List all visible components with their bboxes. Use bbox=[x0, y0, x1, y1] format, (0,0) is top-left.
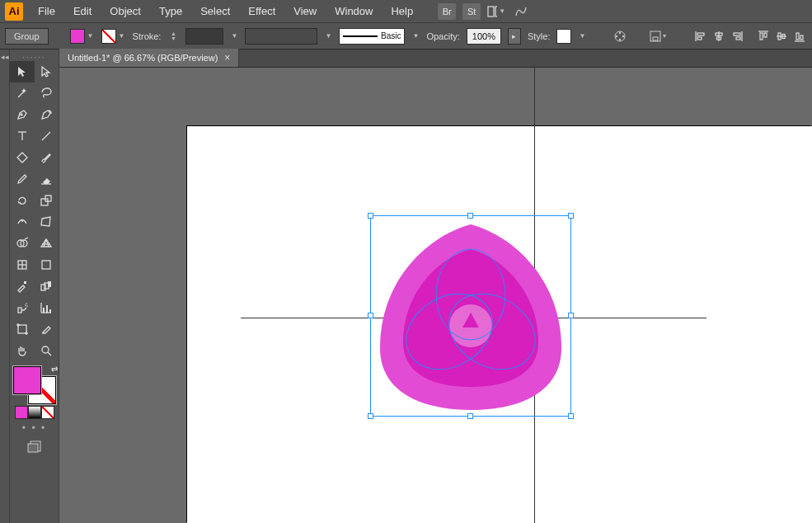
align-to-button[interactable]: ▼ bbox=[649, 28, 667, 45]
handle-n[interactable] bbox=[467, 213, 473, 219]
align-vcenter-button[interactable] bbox=[774, 29, 789, 44]
menu-file[interactable]: File bbox=[30, 2, 63, 21]
color-mode-solid[interactable] bbox=[15, 406, 28, 419]
menu-edit[interactable]: Edit bbox=[65, 2, 100, 21]
document-tab-close[interactable]: × bbox=[224, 52, 230, 64]
menu-effect[interactable]: Effect bbox=[240, 2, 284, 21]
opacity-field[interactable]: 100% bbox=[467, 28, 501, 45]
align-top-button[interactable] bbox=[756, 29, 771, 44]
lasso-tool[interactable] bbox=[35, 82, 59, 104]
pen-tool[interactable] bbox=[10, 104, 35, 125]
tool-panel-more[interactable]: • • • bbox=[10, 422, 59, 434]
stroke-color-dropdown[interactable]: ▼ bbox=[118, 29, 126, 44]
draw-normal-icon[interactable] bbox=[25, 439, 45, 454]
graphic-style-dropdown[interactable]: ▼ bbox=[578, 29, 586, 44]
align-right-button[interactable] bbox=[730, 29, 744, 44]
column-graph-tool[interactable] bbox=[35, 297, 59, 318]
slice-tool[interactable] bbox=[35, 318, 59, 340]
menu-object[interactable]: Object bbox=[101, 2, 149, 21]
perspective-grid-tool[interactable] bbox=[35, 233, 59, 254]
direct-selection-tool[interactable] bbox=[35, 61, 59, 82]
eyedropper-tool[interactable] bbox=[10, 276, 35, 297]
canvas[interactable] bbox=[59, 68, 812, 523]
artboard-tool[interactable] bbox=[10, 318, 35, 340]
stroke-weight-dropdown[interactable]: ▼ bbox=[230, 29, 238, 44]
brush-definition-dropdown[interactable]: ▼ bbox=[411, 29, 420, 44]
rectangle-tool[interactable] bbox=[10, 147, 35, 168]
zoom-tool[interactable] bbox=[35, 340, 59, 361]
svg-rect-25 bbox=[796, 33, 799, 40]
swap-fill-stroke-icon[interactable]: ⇄ bbox=[51, 365, 58, 374]
tool-panel-grip[interactable]: ······ bbox=[10, 53, 59, 61]
hand-tool[interactable] bbox=[10, 340, 35, 361]
handle-se[interactable] bbox=[568, 413, 574, 419]
scale-tool[interactable] bbox=[35, 190, 59, 211]
shape-builder-tool[interactable] bbox=[10, 233, 35, 254]
rotate-tool[interactable] bbox=[10, 190, 35, 211]
svg-rect-19 bbox=[760, 33, 763, 40]
svg-rect-16 bbox=[734, 33, 740, 35]
magic-wand-tool[interactable] bbox=[10, 82, 35, 104]
left-collapse-strip[interactable]: ◂◂ bbox=[0, 49, 10, 523]
mesh-tool[interactable] bbox=[10, 254, 35, 276]
handle-sw[interactable] bbox=[368, 413, 373, 419]
brush-line-icon bbox=[343, 35, 378, 37]
gpu-preview-icon[interactable] bbox=[512, 3, 530, 20]
stroke-weight-stepper[interactable]: ▲▼ bbox=[167, 29, 179, 44]
svg-rect-11 bbox=[697, 37, 702, 40]
document-tab[interactable]: Untitled-1* @ 66.67% (RGB/Preview) × bbox=[59, 49, 239, 67]
graphic-style-swatch[interactable] bbox=[556, 29, 571, 44]
blend-tool[interactable] bbox=[35, 276, 59, 297]
menu-select[interactable]: Select bbox=[192, 2, 238, 21]
menu-help[interactable]: Help bbox=[383, 2, 421, 21]
handle-e[interactable] bbox=[568, 313, 574, 318]
svg-line-42 bbox=[25, 238, 28, 239]
recolor-artwork-button[interactable] bbox=[611, 28, 629, 45]
handle-w[interactable] bbox=[368, 313, 373, 318]
menu-right-group: Br St ▼ bbox=[438, 3, 530, 20]
stock-button[interactable]: St bbox=[462, 3, 481, 20]
arrange-documents-button[interactable]: ▼ bbox=[487, 3, 505, 20]
opacity-dropdown[interactable]: ▸ bbox=[508, 28, 521, 45]
width-tool[interactable] bbox=[10, 211, 35, 233]
selection-type-indicator[interactable]: Group bbox=[5, 28, 49, 45]
handle-s[interactable] bbox=[467, 413, 473, 419]
gradient-tool[interactable] bbox=[35, 254, 59, 276]
style-label: Style: bbox=[528, 31, 551, 41]
curvature-tool[interactable] bbox=[35, 104, 59, 125]
menu-view[interactable]: View bbox=[285, 2, 325, 21]
svg-rect-63 bbox=[49, 309, 51, 313]
menu-window[interactable]: Window bbox=[326, 2, 381, 21]
align-hcenter-button[interactable] bbox=[711, 29, 726, 44]
handle-nw[interactable] bbox=[368, 213, 373, 219]
stroke-weight-field[interactable] bbox=[185, 28, 223, 45]
paintbrush-tool[interactable] bbox=[35, 147, 59, 168]
handle-ne[interactable] bbox=[568, 213, 574, 219]
menu-type[interactable]: Type bbox=[151, 2, 190, 21]
align-bottom-button[interactable] bbox=[792, 29, 807, 44]
variable-width-profile[interactable] bbox=[245, 28, 317, 45]
eraser-tool[interactable] bbox=[35, 168, 59, 190]
brush-definition[interactable]: Basic bbox=[339, 28, 405, 45]
fill-color-swatch[interactable] bbox=[70, 29, 85, 44]
type-tool[interactable] bbox=[10, 125, 35, 147]
free-transform-tool[interactable] bbox=[35, 211, 59, 233]
stroke-color-swatch[interactable] bbox=[101, 29, 116, 44]
color-mode-none[interactable] bbox=[41, 406, 54, 419]
tool-panel: ······ bbox=[10, 49, 59, 523]
svg-line-29 bbox=[18, 92, 24, 97]
fill-indicator[interactable] bbox=[13, 366, 41, 394]
svg-marker-27 bbox=[18, 67, 26, 77]
pencil-tool[interactable] bbox=[10, 168, 35, 190]
fill-stroke-indicator[interactable]: ⇄ bbox=[13, 366, 56, 404]
selected-art-group[interactable] bbox=[371, 216, 570, 416]
color-mode-row bbox=[10, 406, 59, 419]
selection-tool[interactable] bbox=[10, 61, 35, 82]
line-segment-tool[interactable] bbox=[35, 125, 59, 147]
color-mode-gradient[interactable] bbox=[28, 406, 41, 419]
bridge-button[interactable]: Br bbox=[438, 3, 456, 20]
fill-color-dropdown[interactable]: ▼ bbox=[87, 29, 95, 44]
symbol-sprayer-tool[interactable] bbox=[10, 297, 35, 318]
variable-width-dropdown[interactable]: ▼ bbox=[324, 29, 332, 44]
align-left-button[interactable] bbox=[693, 29, 708, 44]
